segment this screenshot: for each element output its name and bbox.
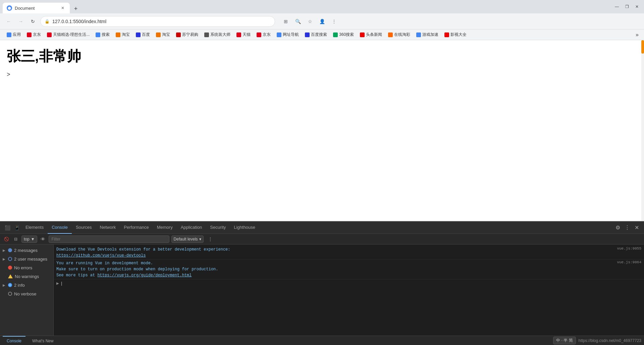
forward-button[interactable]: → — [16, 17, 25, 26]
back-button[interactable]: ← — [4, 17, 13, 26]
deployment-link[interactable]: https://vuejs.org/guide/deployment.html — [97, 273, 192, 278]
default-levels-selector[interactable]: Default levels ▾ — [171, 235, 204, 243]
bookmark-360-label: 360搜索 — [339, 32, 354, 38]
bookmark-taobao1[interactable]: 淘宝 — [113, 31, 132, 38]
jd1-icon — [27, 32, 32, 37]
tab-elements[interactable]: Elements — [21, 222, 48, 234]
address-actions: ⊞ 🔍 ☆ 👤 ⋮ — [280, 16, 339, 27]
bookmark-star-icon[interactable]: ☆ — [305, 16, 315, 27]
tab-memory[interactable]: Memory — [153, 222, 177, 234]
close-button[interactable]: ✕ — [633, 2, 641, 11]
tab-close-button[interactable]: ✕ — [60, 5, 66, 11]
bookmark-system[interactable]: 系统装大师 — [202, 31, 233, 38]
sidebar-item-info[interactable]: ▶ i 2 info — [0, 281, 53, 289]
profile-icon[interactable]: 👤 — [317, 16, 327, 27]
bookmark-apps-label: 应用 — [13, 32, 21, 38]
lock-icon: 🔒 — [45, 19, 50, 24]
search-bm-icon — [96, 32, 100, 37]
tab-sources[interactable]: Sources — [72, 222, 96, 234]
sidebar-item-verbose[interactable]: No verbose — [0, 289, 53, 298]
tianmao2-icon — [236, 32, 241, 37]
url-bar[interactable]: 🔒 127.0.0.1:5500/index.html — [40, 16, 275, 27]
bookmark-tianmao-label: 天猫精选·理想生活... — [53, 32, 90, 38]
clear-console-button[interactable]: 🚫 — [3, 235, 10, 243]
active-tab[interactable]: ⬤ Document ✕ — [3, 3, 70, 13]
bookmark-toutiao[interactable]: 头条新闻 — [357, 31, 385, 38]
bookmark-baidu-search[interactable]: 百度搜索 — [302, 31, 330, 38]
browser-frame: ⬤ Document ✕ + — ❐ ✕ ← → ↻ 🔒 127.0.0.1:5… — [0, 0, 644, 345]
bookmark-tianmao2[interactable]: 天猫 — [234, 31, 253, 38]
console-message-2: You are running Vue in development mode.… — [54, 260, 644, 279]
bookmark-suning-label: 苏宁易购 — [182, 32, 198, 38]
bottom-tab-console-label: Console — [7, 339, 21, 343]
translate-label: 中 · 半 简 — [556, 338, 573, 343]
devtools-bottom-bar: Console What's New 中 · 半 简 https://blog.… — [0, 336, 644, 345]
bookmark-toutiao-label: 头条新闻 — [366, 32, 382, 38]
bookmark-nav[interactable]: 网址导航 — [274, 31, 302, 38]
search-icon[interactable]: 🔍 — [292, 16, 303, 27]
devtools-inspect-button[interactable]: ⬛ — [3, 223, 12, 232]
title-bar: ⬤ Document ✕ + — ❐ ✕ — [0, 0, 644, 13]
bookmark-search[interactable]: 搜索 — [93, 31, 112, 38]
bookmark-360[interactable]: 360搜索 — [330, 31, 357, 38]
lottery-icon — [388, 32, 393, 37]
suning-icon — [176, 32, 181, 37]
devtools-close-button[interactable]: ✕ — [632, 223, 641, 232]
info-label: 2 info — [14, 283, 25, 288]
reload-button[interactable]: ↻ — [28, 17, 38, 26]
page-scrollbar[interactable] — [641, 40, 644, 221]
filter-toggle-button[interactable]: ⊟ — [12, 235, 19, 243]
bookmark-video[interactable]: 影视大全 — [442, 31, 469, 38]
console-prompt-icon: ▶ — [56, 281, 59, 286]
window-controls: — ❐ ✕ — [612, 2, 641, 11]
bookmark-lottery-label: 在线淘彩 — [394, 32, 410, 38]
bookmark-lottery[interactable]: 在线淘彩 — [385, 31, 413, 38]
bookmark-system-label: 系统装大师 — [210, 32, 230, 38]
bookmark-baidu-label: 百度 — [142, 32, 150, 38]
eye-button[interactable]: 👁 — [39, 235, 47, 243]
bookmark-jd2-label: 京东 — [263, 32, 271, 38]
bookmark-baidu-search-label: 百度搜索 — [311, 32, 327, 38]
bookmark-tianmao2-label: 天猫 — [243, 32, 251, 38]
devtools-device-button[interactable]: 📱 — [12, 223, 21, 232]
bookmark-baidu[interactable]: 百度 — [133, 31, 153, 38]
menu-icon[interactable]: ⋮ — [329, 16, 339, 27]
bookmark-jd1[interactable]: 京东 — [24, 31, 44, 38]
bookmark-tianmao[interactable]: 天猫精选·理想生活... — [44, 31, 92, 38]
sidebar-item-messages[interactable]: ▶ 2 messages — [0, 246, 53, 255]
bookmark-game[interactable]: 游戏加速 — [414, 31, 441, 38]
devtools-more-button[interactable]: ⋮ — [623, 223, 632, 232]
minimize-button[interactable]: — — [612, 2, 621, 11]
tab-application[interactable]: Application — [177, 222, 206, 234]
console-body: ▶ 2 messages ▶ 2 user messages No errors — [0, 245, 644, 336]
new-tab-button[interactable]: + — [71, 4, 80, 13]
bookmark-apps[interactable]: 应用 — [4, 31, 23, 38]
sidebar-item-warnings[interactable]: No warnings — [0, 272, 53, 281]
bookmark-suning[interactable]: 苏宁易购 — [173, 31, 201, 38]
sidebar-item-errors[interactable]: No errors — [0, 263, 53, 272]
devtools-scroll-button[interactable]: ⋮ — [206, 234, 215, 244]
tab-performance[interactable]: Performance — [120, 222, 153, 234]
tab-bar: ⬤ Document ✕ + — [3, 0, 607, 13]
vue-devtools-link[interactable]: https://github.com/vuejs/vue-devtools — [56, 253, 146, 258]
console-message-2-text: You are running Vue in development mode.… — [56, 260, 614, 278]
devtools-settings-button[interactable]: ⚙ — [613, 223, 623, 232]
maximize-button[interactable]: ❐ — [623, 2, 631, 11]
errors-label: No errors — [14, 265, 32, 270]
bottom-tab-whats-new[interactable]: What's New — [28, 336, 58, 345]
bookmark-jd2[interactable]: 京东 — [254, 31, 273, 38]
bottom-tab-console[interactable]: Console — [3, 336, 25, 345]
tab-lighthouse[interactable]: Lighthouse — [230, 222, 259, 234]
filter-input[interactable] — [49, 235, 169, 243]
translate-icon[interactable]: ⊞ — [280, 16, 291, 27]
sidebar-item-user-messages[interactable]: ▶ 2 user messages — [0, 255, 53, 263]
tab-console[interactable]: Console — [48, 222, 72, 234]
tab-security[interactable]: Security — [206, 222, 230, 234]
bookmark-taobao2[interactable]: 淘宝 — [153, 31, 173, 38]
translate-button[interactable]: 中 · 半 简 — [553, 337, 576, 344]
more-bookmarks-button[interactable]: » — [634, 31, 640, 39]
tab-network[interactable]: Network — [96, 222, 120, 234]
bottom-url: https://blog.csdn.net/m0_46977723 — [579, 338, 641, 343]
context-selector[interactable]: top ▼ — [21, 235, 37, 243]
console-messages-area: Download the Vue Devtools extension for … — [54, 245, 644, 336]
